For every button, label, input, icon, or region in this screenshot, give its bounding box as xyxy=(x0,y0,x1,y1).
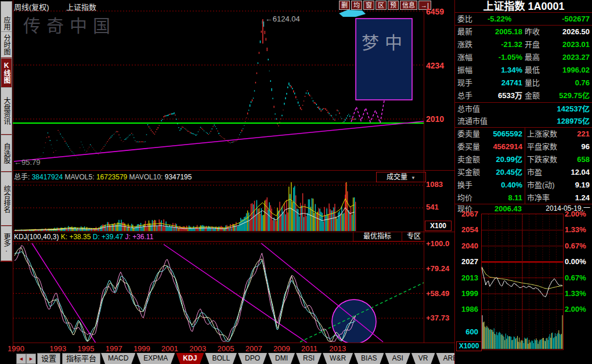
volume-stat-value: 38417924 xyxy=(32,173,65,181)
kdj-param-1: D: +39.47 xyxy=(93,233,125,241)
indicator-tab-ASI[interactable]: ASI xyxy=(385,353,410,364)
pair-value: 8.11 xyxy=(476,192,522,204)
divider xyxy=(13,170,454,171)
kdj-button-2[interactable]: 专区 xyxy=(402,232,425,242)
chevron-down-icon: ▼ xyxy=(411,175,416,181)
quote-row-涨跌: 涨跌-21.32开盘2023.01 xyxy=(455,38,592,51)
kdj-name: KDJ(100,40,3) xyxy=(14,233,61,241)
volume-stat-value: 9347195 xyxy=(165,173,192,181)
indicator-tab-VR[interactable]: VR xyxy=(411,353,435,364)
pair-value: 0.40% xyxy=(476,179,522,192)
price-axis-label: 4234 xyxy=(426,61,444,70)
sidebar-item-4[interactable]: 大盘资讯 xyxy=(1,87,12,135)
divider xyxy=(13,241,424,242)
weibi-amount: -502677 xyxy=(562,13,590,26)
pair-value: 4562914 xyxy=(476,140,522,153)
pair-value: 12.04 xyxy=(571,166,590,179)
intraday-scale-box: X1000 xyxy=(456,341,482,351)
intraday-price-tick: 1986 xyxy=(456,305,478,313)
year-label: 1997 xyxy=(106,344,122,353)
volume-stat: MAVOL10: 9347195 xyxy=(129,173,192,181)
pair-row-委买量: 委买量4562914平盘家数96 xyxy=(455,140,592,153)
cap-row-总市值: 总市值142537亿 xyxy=(455,103,592,115)
sidebar-item-5[interactable]: 自选股 xyxy=(1,135,12,172)
chart-tool-button-窗[interactable]: 窗 xyxy=(363,1,374,10)
pair-value: 1.24 xyxy=(575,192,590,204)
cap-label: 流通市值 xyxy=(457,115,488,127)
quote-row-涨幅: 涨幅-1.05%最高2023.27 xyxy=(455,51,592,64)
indicator-tab-EXPMA[interactable]: EXPMA xyxy=(136,353,175,364)
chart-tool-button-区[interactable]: 区 xyxy=(376,1,387,10)
intraday-price-tick: 2013 xyxy=(456,273,478,282)
indicator-dropdown-label: 成交量 xyxy=(387,173,407,181)
kdj-button-1[interactable]: 最优指标 xyxy=(353,232,401,242)
kdj-indicator-chart[interactable] xyxy=(13,242,424,343)
pair-label: 均价 xyxy=(457,192,472,204)
indicator-tab-KDJ[interactable]: KDJ xyxy=(176,353,204,364)
quote-row-现手: 现手24741量比0.76 xyxy=(455,77,592,89)
chart-tool-button-预[interactable]: 预 xyxy=(388,1,399,10)
volume-axis-label: 541 xyxy=(426,203,439,211)
quote-label: 振幅 xyxy=(457,64,472,77)
quote-label: 金额 xyxy=(525,89,540,102)
chart-tool-button-均[interactable]: 均 xyxy=(351,1,362,10)
kdj-param-0: K: +38.35 xyxy=(61,233,93,241)
sidebar-item-3[interactable]: K线图 xyxy=(1,58,12,88)
main-candlestick-chart[interactable]: 梦中←6124.04←95.79 xyxy=(13,10,424,170)
chart-tool-button-删[interactable]: 删 xyxy=(339,1,350,10)
pair-label: 下跌家数 xyxy=(527,153,557,166)
indicator-tab-MACD[interactable]: MACD xyxy=(101,353,135,364)
indicator-tab-BOLL[interactable]: BOLL xyxy=(205,353,237,364)
sidebar-item-7[interactable]: 更多· xyxy=(1,226,12,262)
quote-label: 开盘 xyxy=(525,38,540,51)
year-label: 2001 xyxy=(161,344,178,353)
svg-text:←95.79: ←95.79 xyxy=(14,158,41,167)
trading-app-window: ▶▏ 应用分时图K线图大盘资讯自选股综合排名更多· 周线(复权) 上证指数 删均… xyxy=(0,0,592,364)
settings-button[interactable]: 设置 xyxy=(37,353,60,364)
intraday-price-tick: 2027 xyxy=(456,257,478,266)
intraday-pct-tick: 0.67% xyxy=(565,242,586,250)
volume-stat-label: 总手: xyxy=(14,173,32,181)
pair-value: 20.99亿 xyxy=(476,153,522,166)
quote-label: 昨收 xyxy=(525,26,540,38)
volume-header: 总手: 38417924 MAVOL5: 16723579 MAVOL10: 9… xyxy=(14,171,192,182)
intraday-mini-chart[interactable] xyxy=(481,214,564,350)
year-label: 2011 xyxy=(301,344,317,353)
kdj-axis-label: +79.24 xyxy=(426,264,449,273)
cap-label: 总市值 xyxy=(457,103,480,115)
indicator-platform-button[interactable]: 指标平台 xyxy=(62,353,100,364)
chart-tool-button-信息[interactable]: 信息 xyxy=(400,1,417,10)
intraday-pct-tick: 0.00% xyxy=(565,257,586,266)
quote-value: 2005.18 xyxy=(476,26,522,38)
indicator-tab-DPO[interactable]: DPO xyxy=(238,353,267,364)
divider xyxy=(13,232,454,232)
intraday-pct-tick: 0.67% xyxy=(565,273,586,282)
indicator-dropdown[interactable]: 成交量▼ xyxy=(376,172,426,182)
scroll-right-button[interactable]: ► xyxy=(26,354,36,364)
volume-bar-chart[interactable] xyxy=(13,182,424,232)
volume-stat-label: MAVOL5: xyxy=(64,173,96,181)
sidebar-item-2[interactable]: 分时图 xyxy=(1,31,12,59)
indicator-tab-RSI[interactable]: RSI xyxy=(296,353,322,364)
kdj-axis-label: +58.49 xyxy=(426,289,449,298)
intraday-volume-tick: 600 xyxy=(456,327,478,336)
intraday-pct-tick: 1.33% xyxy=(565,289,586,298)
quote-label: 涨跌 xyxy=(457,38,472,51)
scroll-left-button[interactable]: ◄ xyxy=(16,354,26,364)
pair-row-委卖量: 委卖量5065592上涨家数221 xyxy=(455,128,592,140)
kdj-param-2: J: +36.11 xyxy=(125,233,153,241)
cap-row-流通市值: 流通市值128975亿 xyxy=(455,115,592,127)
pair-row-均价: 均价8.11市净率1.24 xyxy=(455,192,592,204)
sidebar-item-6[interactable]: 综合排名 xyxy=(1,172,12,226)
volume-scale-box: X100 xyxy=(425,221,452,231)
kdj-header: KDJ(100,40,3) K: +38.35 D: +39.47 J: +36… xyxy=(14,233,153,242)
intraday-pct-tick: 2.00% xyxy=(565,305,586,313)
pair-label: 市盈(动) xyxy=(527,179,555,192)
indicator-tab-DMI[interactable]: DMI xyxy=(268,353,295,364)
indicator-tab-W&R[interactable]: W&R xyxy=(323,353,353,364)
indicator-tab-BIAS[interactable]: BIAS xyxy=(354,353,384,364)
pair-row-换手: 换手0.40%市盈(动)9.19 xyxy=(455,179,592,192)
volume-stat-label: MAVOL10: xyxy=(129,173,165,181)
quote-panel: 上证指数 1A0001 委比-5.22%-502677最新2005.18昨收20… xyxy=(454,0,592,364)
pair-label: 换手 xyxy=(457,179,472,192)
